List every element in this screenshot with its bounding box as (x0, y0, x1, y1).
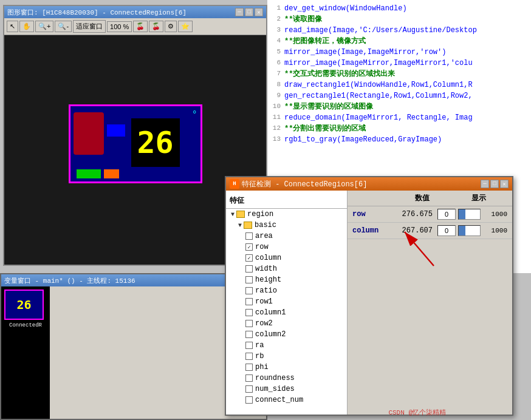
feature-checkbox-roundness[interactable] (245, 374, 253, 382)
toolbar-zoom-percent[interactable]: 100 % (107, 21, 132, 32)
code-line: 2**读取图像 (267, 14, 531, 25)
tree-item-row2[interactable]: row2 (226, 318, 347, 329)
tree-item-height[interactable]: height (226, 274, 347, 285)
line-number: 5 (267, 47, 284, 57)
tree-item-connect_num[interactable]: connect_num (226, 395, 347, 405)
feature-checkbox-column[interactable] (245, 254, 253, 262)
code-content: 1dev_get_window(WindowHandle)2**读取图像3rea… (267, 0, 531, 148)
feature-label-ratio: ratio (255, 286, 277, 295)
minimize-button[interactable]: — (235, 8, 244, 16)
tree-item-region[interactable]: ▼region (226, 209, 347, 220)
code-line: 11reduce_domain(ImageMirror1, Rectangle,… (267, 112, 531, 123)
feature-checkbox-num_sides[interactable] (245, 385, 253, 393)
toolbar-fit[interactable]: 适应窗口 (73, 20, 106, 33)
toolbar-settings[interactable]: ⚙ (165, 21, 177, 32)
zoom-value: 100 % (110, 23, 129, 30)
feature-checkbox-rb[interactable] (245, 353, 253, 360)
line-text: mirror_image(ImageMirror,ImageMirror1,'c… (284, 58, 531, 69)
tree-item-row1[interactable]: row1 (226, 296, 347, 307)
tree-item-column2[interactable]: column2 (226, 329, 347, 340)
feature-checkbox-column1[interactable] (245, 309, 253, 316)
line-number: 6 (267, 58, 284, 68)
line-text: draw_rectangle1(WindowHandle,Row1,Column… (284, 80, 531, 90)
toolbar-zoom-out[interactable]: 🔍- (55, 21, 72, 32)
tree-item-roundness[interactable]: roundness (226, 373, 347, 384)
feature-label-column: column (255, 254, 281, 262)
line-number: 9 (267, 90, 284, 101)
data-row-value: 267.607 (395, 226, 437, 235)
line-number: 2 (267, 14, 284, 24)
folder-icon (236, 211, 245, 218)
tree-item-ra[interactable]: ra (226, 340, 347, 351)
tree-item-column[interactable]: column (226, 252, 347, 263)
tree-item-rb[interactable]: rb (226, 351, 347, 362)
data-header-value: 数值 (395, 193, 450, 203)
maximize-button[interactable]: □ (245, 8, 253, 16)
feature-maximize-button[interactable]: □ (490, 180, 499, 188)
tree-item-area[interactable]: area (226, 231, 347, 242)
feature-label-width: width (255, 265, 277, 273)
feature-checkbox-width[interactable] (245, 265, 253, 273)
data-header-display: 显示 (450, 193, 507, 203)
code-line: 9gen_rectangle1(Rectangle,Row1,Column1,R… (267, 90, 531, 101)
data-row-min-input[interactable] (437, 225, 456, 236)
feature-label-area: area (255, 232, 273, 240)
folder-icon (244, 222, 252, 229)
tree-item-num_sides[interactable]: num_sides (226, 384, 347, 395)
feature-label-row2: row2 (255, 319, 273, 328)
close-button[interactable]: ✕ (255, 8, 263, 16)
feature-checkbox-ratio[interactable] (245, 287, 253, 294)
line-number: 12 (267, 123, 284, 134)
feature-checkbox-phi[interactable] (245, 364, 253, 371)
feature-label-height: height (255, 276, 281, 284)
feature-checkbox-ra[interactable] (245, 342, 253, 349)
data-slider[interactable] (458, 209, 481, 220)
feature-checkbox-area[interactable] (245, 232, 253, 240)
feature-titlebar: H 特征检测 - ConnectedRegions[6] — □ ✕ (226, 177, 512, 191)
toolbar-cherry1[interactable]: 🍒 (133, 21, 148, 32)
toolbar-zoom-in[interactable]: 🔍+ (35, 21, 53, 32)
folder-label: basic (255, 221, 276, 229)
feature-data-panel: 数值 显示 row 276.675 1000 column 267.607 10… (348, 191, 512, 415)
tree-arrow-icon: ▼ (231, 211, 235, 218)
code-line: 8draw_rectangle1(WindowHandle,Row1,Colum… (267, 80, 531, 90)
toolbar-arrow[interactable]: ↖ (7, 21, 18, 32)
feature-body: 特征 ▼region▼basicarearowcolumnwidthheight… (226, 191, 512, 415)
data-slider[interactable] (458, 225, 481, 236)
line-text: **分割出需要识别的区域 (284, 123, 531, 134)
line-text: **把图像转正，镜像方式 (284, 36, 531, 47)
toolbar-hand[interactable]: ✋ (19, 21, 34, 32)
tree-item-width[interactable]: width (226, 263, 347, 274)
feature-close-button[interactable]: ✕ (500, 180, 509, 188)
tree-item-row[interactable]: row (226, 242, 347, 252)
feature-checkbox-connect_num[interactable] (245, 396, 253, 404)
folder-label: region (247, 210, 273, 218)
tree-item-phi[interactable]: phi (226, 362, 347, 373)
feature-label-column2: column2 (255, 330, 286, 339)
feature-checkbox-row2[interactable] (245, 320, 253, 327)
feature-checkbox-column2[interactable] (245, 331, 253, 338)
data-row-max: 1000 (483, 211, 507, 218)
connected-regions-thumbnail[interactable]: 26 (4, 290, 44, 320)
feature-checkbox-row1[interactable] (245, 298, 253, 305)
tree-item-ratio[interactable]: ratio (226, 285, 347, 296)
feature-checkbox-height[interactable] (245, 276, 253, 283)
feature-checkbox-row[interactable] (245, 243, 253, 251)
line-text: dev_get_window(WindowHandle) (284, 3, 531, 14)
feature-minimize-button[interactable]: — (481, 180, 489, 188)
toolbar-star[interactable]: ⭐ (178, 21, 193, 32)
code-line: 5mirror_image(Image,ImageMirror,'row') (267, 47, 531, 58)
toolbar-cherry2[interactable]: 🍒 (149, 21, 163, 32)
tree-item-column1[interactable]: column1 (226, 307, 347, 318)
line-text: mirror_image(Image,ImageMirror,'row') (284, 47, 531, 58)
code-line: 12**分割出需要识别的区域 (267, 123, 531, 134)
feature-label-num_sides: num_sides (255, 385, 295, 393)
data-row-max: 1000 (483, 227, 507, 234)
var-thumbnail-area: 26 ConnectedR (1, 286, 50, 419)
feature-detection-window: H 特征检测 - ConnectedRegions[6] — □ ✕ 特征 ▼r… (225, 176, 513, 416)
data-row-min-input[interactable] (437, 209, 456, 220)
halcon-icon: H (230, 179, 239, 189)
feature-tree-panel[interactable]: 特征 ▼region▼basicarearowcolumnwidthheight… (226, 191, 348, 415)
tree-item-basic[interactable]: ▼basic (226, 220, 347, 231)
feature-label-rb: rb (255, 352, 264, 361)
